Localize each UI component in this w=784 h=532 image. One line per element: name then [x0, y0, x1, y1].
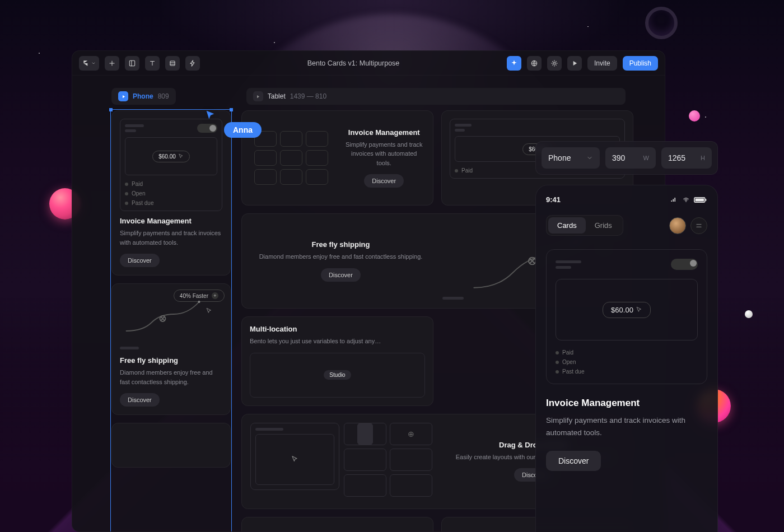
layout-button[interactable]: [125, 56, 139, 71]
preview-card-invoice[interactable]: $60.00 Paid Open Past due: [546, 249, 707, 384]
boxes-illustration: [250, 119, 333, 197]
card-invoice[interactable]: $60.00 Paid Open Past due Invoice Manage…: [111, 110, 231, 276]
status-time: 9:41: [546, 195, 561, 204]
card-desc: Bento lets you just use variables to adj…: [250, 337, 425, 346]
plus-icon: ⊕: [408, 430, 414, 438]
breakpoint-label: Phone: [133, 92, 153, 100]
play-icon: [253, 91, 263, 101]
svg-point-5: [198, 301, 200, 303]
tab-cards[interactable]: Cards: [548, 217, 586, 234]
card-desc: Diamond members enjoy free and fast cont…: [120, 368, 222, 386]
legend-row: Open: [125, 190, 217, 197]
discover-button[interactable]: Discover: [364, 174, 404, 188]
play-icon: [118, 91, 128, 101]
text-button[interactable]: [145, 56, 160, 71]
svg-point-3: [553, 62, 556, 64]
preview-desc: Simplify payments and track invoices wit…: [546, 414, 707, 438]
cms-button[interactable]: [165, 56, 180, 71]
device-select[interactable]: Phone: [542, 147, 600, 169]
width-value: 390: [612, 153, 625, 162]
actions-button[interactable]: [185, 56, 200, 71]
card-placeholder[interactable]: [111, 423, 231, 468]
ai-button[interactable]: [507, 56, 521, 71]
chevron-down-icon: [586, 155, 593, 161]
height-value: 1265: [668, 153, 685, 162]
frame-phone[interactable]: $60.00 Paid Open Past due Invoice Manage…: [111, 110, 231, 475]
phone-preview: 9:41 Cards Grids: [535, 185, 718, 532]
svg-point-8: [685, 201, 686, 202]
legend-row: Past due: [125, 200, 217, 206]
status-bar: 9:41: [546, 195, 707, 204]
globe-button[interactable]: [527, 56, 542, 71]
price-badge: $60.00: [603, 302, 651, 318]
decorative-orb-ring: [645, 7, 678, 39]
legend-row: Open: [556, 359, 698, 365]
legend-row: Paid: [556, 349, 698, 356]
legend-row: Past due: [556, 368, 698, 375]
discover-button[interactable]: Discover: [120, 254, 160, 267]
invite-button[interactable]: Invite: [587, 56, 617, 71]
invoice-illustration: $60.00 Paid Open Past due: [120, 119, 222, 211]
drag-drop-illustration: ⊕: [250, 422, 433, 501]
cursor-icon: [178, 153, 184, 159]
toggle-icon: [671, 259, 698, 270]
segment-control: Cards Grids: [546, 215, 623, 236]
svg-rect-10: [696, 198, 704, 201]
discover-button[interactable]: Discover: [546, 451, 601, 471]
cursor-icon: [291, 455, 298, 463]
discover-button[interactable]: Discover: [120, 393, 160, 407]
breakpoint-phone[interactable]: Phone 809: [111, 88, 176, 105]
signal-icon: [669, 197, 678, 203]
breakpoint-dim: 809: [158, 92, 169, 100]
card-desc: Simplify payments and track invoices wit…: [343, 140, 426, 168]
avatar[interactable]: [669, 217, 686, 234]
project-title: Bento Cards v1: Multipurpose: [200, 59, 507, 67]
width-input[interactable]: 390 W: [605, 147, 656, 169]
svg-rect-11: [706, 199, 707, 200]
toggle-icon: [197, 124, 217, 133]
height-label: H: [701, 155, 705, 161]
height-input[interactable]: 1265 H: [661, 147, 712, 169]
breakpoint-tablet[interactable]: Tablet 1439 — 810: [246, 88, 626, 105]
add-button[interactable]: [105, 56, 119, 71]
battery-icon: [694, 197, 707, 203]
line-illustration: [120, 292, 222, 341]
decorative-orb: [689, 110, 700, 122]
decorative-orb: [745, 310, 753, 318]
cursor-icon: [636, 306, 642, 313]
discover-button[interactable]: Discover: [321, 268, 361, 282]
card-title: Invoice Management: [120, 217, 222, 225]
skeleton-bars: [556, 260, 581, 269]
price-badge: $60.00: [152, 151, 190, 162]
publish-button[interactable]: Publish: [623, 56, 658, 71]
menu-icon: [695, 222, 703, 230]
card-title: Free fly shipping: [120, 356, 222, 365]
card-placeholder[interactable]: [241, 517, 433, 533]
device-select-value: Phone: [548, 153, 571, 162]
wifi-icon: [682, 197, 690, 203]
settings-button[interactable]: [547, 56, 562, 71]
framer-menu-button[interactable]: [79, 56, 99, 71]
svg-rect-1: [170, 60, 175, 65]
card-title: Invoice Management: [343, 128, 426, 137]
status-icons: [669, 195, 707, 204]
breakpoint-dim: 1439 — 810: [290, 92, 326, 100]
card-multiloc[interactable]: Multi-location Bento lets you just use v…: [241, 316, 433, 406]
tab-grids[interactable]: Grids: [586, 217, 621, 234]
preview-title: Invoice Management: [546, 398, 707, 409]
canvas[interactable]: $60.00 Paid Open Past due Invoice Manage…: [72, 110, 665, 115]
inspector-row: Phone 390 W 1265 H: [535, 141, 718, 175]
breakpoint-label: Tablet: [268, 92, 286, 100]
card-desc: Simplify payments and track invoices wit…: [120, 228, 222, 247]
collaborator-name-tag: Anna: [224, 122, 262, 138]
card-desc: Diamond members enjoy free and fast cont…: [250, 252, 432, 262]
card-title: Multi-location: [250, 325, 425, 333]
legend-row: Paid: [125, 181, 217, 187]
card-invoice-tablet[interactable]: Invoice Management Simplify payments and…: [241, 110, 433, 206]
card-freefly[interactable]: 40% Faster+ Free fly shipping Diamond me…: [111, 283, 231, 415]
breakpoint-bar: Phone 809 Tablet 1439 — 810: [72, 76, 665, 110]
cursor-icon: [206, 307, 212, 314]
menu-button[interactable]: [690, 217, 707, 234]
card-title: Free fly shipping: [250, 240, 432, 249]
play-button[interactable]: [567, 56, 582, 71]
